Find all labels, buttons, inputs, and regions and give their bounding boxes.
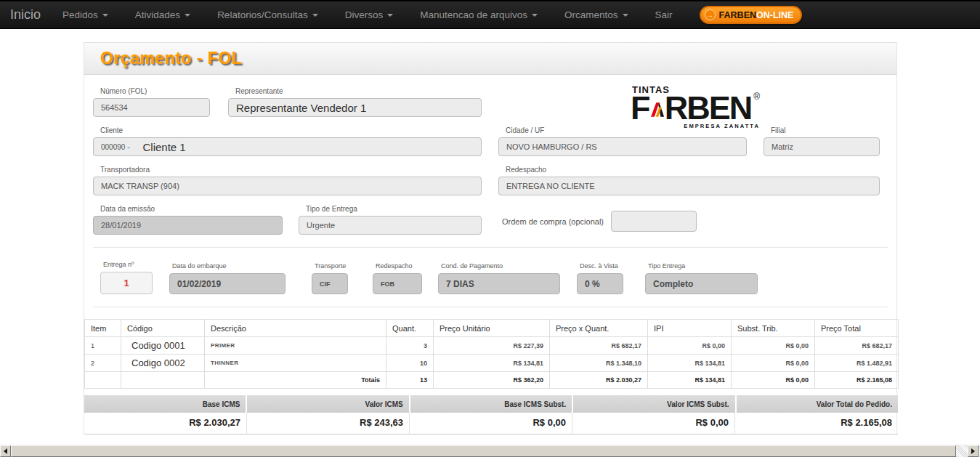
total-preco-x-quant: R$ 2.030,27: [550, 372, 648, 389]
nav-brand-inicio[interactable]: Inicio: [10, 7, 41, 23]
farben-logo: TINTAS F RBEN ® EMPRESA ZANATTA: [631, 84, 760, 129]
ordem-compra-input[interactable]: [611, 211, 697, 232]
cond-pagamento-label: Cond. de Pagamento: [441, 262, 560, 270]
transportadora-label: Transportadora: [100, 166, 482, 174]
data-embarque-input[interactable]: [169, 273, 286, 294]
cidade-uf-input[interactable]: [498, 137, 747, 156]
scroll-right-button[interactable]: [968, 445, 979, 457]
logo-name-end: RBEN: [665, 95, 752, 121]
items-table: Item Código Descrição Quant. Preço Unitá…: [84, 319, 899, 389]
summary-base-icms-subst-value: R$ 0,00: [410, 413, 572, 434]
transportadora-input[interactable]: [93, 177, 482, 195]
summary-valor-icms-subst-label: Valor ICMS Subst.: [573, 395, 734, 413]
summary-base-icms-label: Base ICMS: [84, 395, 246, 413]
table-row[interactable]: 2 Codigo 0002 THINNER 10 R$ 134,81 R$ 1.…: [85, 355, 899, 372]
chevron-down-icon: [102, 14, 108, 20]
transporte-label: Transporte: [315, 262, 348, 270]
card-titlebar: Orçamento - FOL: [84, 42, 896, 75]
col-subst-trib: Subst. Trib.: [732, 320, 815, 337]
farben-a-stripes-icon: [651, 98, 664, 121]
chevron-down-icon: [623, 14, 628, 20]
orcamento-card: Orçamento - FOL TINTAS F RBEN ® EMPRESA …: [84, 42, 897, 434]
cell-quant: 10: [386, 355, 434, 372]
numero-fol-label: Número (FOL): [100, 87, 210, 95]
cell-subst-trib: R$ 0,00: [732, 355, 815, 372]
nav-item-manutencao-arquivos[interactable]: Manutencao de arquivos: [420, 9, 538, 20]
nav-item-atividades[interactable]: Atividades: [135, 9, 190, 20]
nav-item-diversos[interactable]: Diversos: [345, 9, 394, 20]
col-preco-unitario: Preço Unitário: [434, 320, 550, 337]
entrega-num-label: Entrega nº: [103, 261, 153, 268]
tipo-entrega-label: Tipo de Entrega: [306, 205, 482, 213]
nav-item-sair[interactable]: Sair: [655, 9, 673, 20]
totals-row: Totais 13 R$ 362,20 R$ 2.030,27 R$ 134,8…: [85, 372, 899, 389]
chevron-down-icon: [185, 14, 190, 20]
totals-label: Totais: [205, 372, 386, 389]
scroll-left-button[interactable]: [0, 445, 11, 457]
cell-descricao: PRIMER: [205, 337, 386, 355]
desc-vista-label: Desc. à Vista: [580, 262, 623, 270]
data-emissao-input[interactable]: [93, 216, 283, 235]
total-subst-trib: R$ 0,00: [732, 372, 815, 389]
horizontal-scrollbar[interactable]: [0, 445, 980, 457]
redespacho-input[interactable]: [498, 177, 880, 195]
summary-valor-icms-subst-value: R$ 0,00: [572, 413, 735, 434]
col-preco-total: Preço Total: [815, 320, 899, 337]
cell-item: 2: [85, 355, 121, 372]
transporte-input[interactable]: [312, 273, 348, 294]
summary-valor-icms-value: R$ 243,63: [247, 413, 410, 434]
cliente-code: 000090 -: [101, 143, 129, 151]
col-item: Item: [85, 320, 121, 337]
items-header-row: Item Código Descrição Quant. Preço Unitá…: [85, 320, 899, 337]
total-quant: 13: [386, 372, 434, 389]
cell-preco-unitario: R$ 134,81: [434, 355, 550, 372]
cliente-name: Cliente 1: [142, 141, 185, 153]
entrega-tipo-label: Tipo Entrega: [648, 262, 758, 270]
page-title: Orçamento - FOL: [100, 49, 242, 68]
cell-descricao: THINNER: [205, 355, 386, 372]
nav-item-pedidos[interactable]: Pedidos: [62, 9, 108, 20]
total-preco-total: R$ 2.165,08: [815, 372, 899, 389]
cond-pagamento-input[interactable]: [438, 273, 560, 294]
farben-online-badge[interactable]: → FARBEN ON-LINE: [700, 6, 803, 24]
table-row[interactable]: 1 Codigo 0001 PRIMER 3 R$ 227,39 R$ 682,…: [85, 337, 899, 355]
entrega-redespacho-label: Redespacho: [376, 262, 422, 270]
col-descricao: Descrição: [205, 320, 386, 337]
cell-preco-unitario: R$ 227,39: [434, 337, 550, 355]
summary-base-icms-subst-label: Base ICMS Subst.: [410, 395, 572, 413]
entrega-num-input[interactable]: [100, 272, 153, 294]
scrollbar-thumb[interactable]: [11, 445, 956, 457]
total-preco-unitario: R$ 362,20: [434, 372, 550, 389]
logo-name-start: F: [631, 95, 649, 121]
cell-codigo: Codigo 0001: [121, 337, 205, 355]
data-embarque-label: Data do embarque: [172, 262, 286, 270]
desc-vista-input[interactable]: [577, 273, 623, 294]
scroll-right-icon: [971, 448, 975, 454]
cell-codigo: Codigo 0002: [121, 355, 205, 372]
nav-item-orcamentos[interactable]: Orcamentos: [564, 9, 628, 20]
summary-base-icms-value: R$ 2.030,27: [84, 413, 247, 434]
filial-input[interactable]: [764, 137, 880, 156]
icms-summary: Base ICMS Valor ICMS Base ICMS Subst. Va…: [84, 395, 898, 434]
col-quant: Quant.: [386, 320, 434, 337]
cell-preco-total: R$ 682,17: [815, 337, 899, 355]
tipo-entrega-input[interactable]: [299, 216, 482, 235]
cell-preco-total: R$ 1.482,91: [815, 355, 899, 372]
filial-label: Filial: [771, 126, 880, 134]
summary-valor-total-value: R$ 2.165,08: [735, 413, 898, 434]
cliente-label: Cliente: [100, 126, 482, 134]
cliente-input[interactable]: 000090 - Cliente 1: [93, 137, 482, 156]
ordem-compra-label: Ordem de compra (opcional): [502, 217, 604, 226]
col-codigo: Código: [121, 320, 205, 337]
numero-fol-input[interactable]: [93, 98, 210, 117]
summary-valor-icms-label: Valor ICMS: [247, 395, 408, 413]
entrega-tipo-input[interactable]: [645, 273, 758, 294]
col-preco-x-quant: Preço x Quant.: [550, 320, 648, 337]
entrega-redespacho-input[interactable]: [373, 273, 422, 294]
representante-input[interactable]: [228, 98, 482, 117]
registered-mark: ®: [753, 94, 760, 100]
nav-item-relatorios-consultas[interactable]: Relatorios/Consultas: [217, 9, 318, 20]
badge-farben-label: FARBEN: [719, 10, 756, 20]
cell-item: 1: [85, 337, 121, 355]
col-ipi: IPI: [648, 320, 732, 337]
